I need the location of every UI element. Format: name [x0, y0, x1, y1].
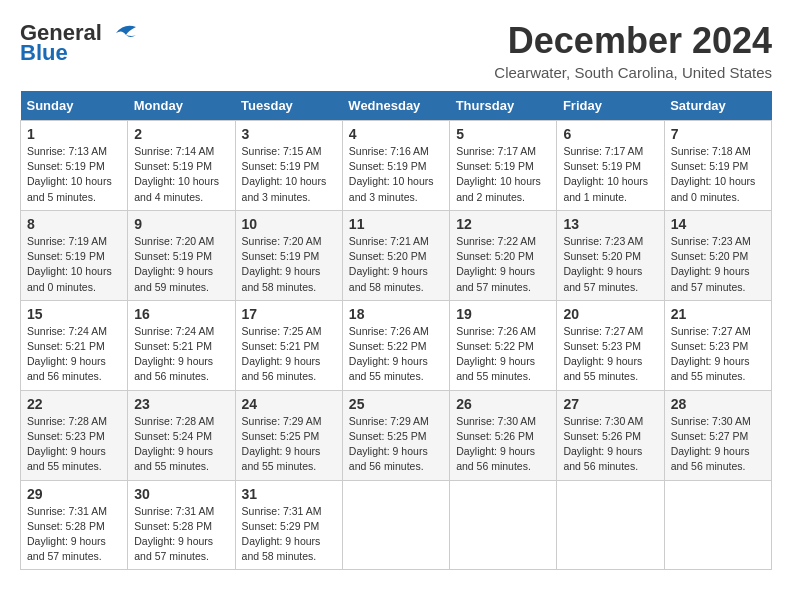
calendar-cell: 8Sunrise: 7:19 AM Sunset: 5:19 PM Daylig… [21, 210, 128, 300]
day-number: 4 [349, 126, 443, 142]
calendar-week-row: 22Sunrise: 7:28 AM Sunset: 5:23 PM Dayli… [21, 390, 772, 480]
day-info: Sunrise: 7:24 AM Sunset: 5:21 PM Dayligh… [27, 324, 121, 385]
day-number: 13 [563, 216, 657, 232]
logo: General Blue [20, 20, 142, 66]
calendar-cell: 27Sunrise: 7:30 AM Sunset: 5:26 PM Dayli… [557, 390, 664, 480]
calendar-cell: 20Sunrise: 7:27 AM Sunset: 5:23 PM Dayli… [557, 300, 664, 390]
day-info: Sunrise: 7:16 AM Sunset: 5:19 PM Dayligh… [349, 144, 443, 205]
calendar-cell: 4Sunrise: 7:16 AM Sunset: 5:19 PM Daylig… [342, 121, 449, 211]
day-number: 10 [242, 216, 336, 232]
day-info: Sunrise: 7:17 AM Sunset: 5:19 PM Dayligh… [563, 144, 657, 205]
day-number: 31 [242, 486, 336, 502]
location: Clearwater, South Carolina, United State… [494, 64, 772, 81]
day-info: Sunrise: 7:14 AM Sunset: 5:19 PM Dayligh… [134, 144, 228, 205]
day-info: Sunrise: 7:26 AM Sunset: 5:22 PM Dayligh… [349, 324, 443, 385]
day-number: 7 [671, 126, 765, 142]
calendar-cell: 22Sunrise: 7:28 AM Sunset: 5:23 PM Dayli… [21, 390, 128, 480]
day-info: Sunrise: 7:20 AM Sunset: 5:19 PM Dayligh… [242, 234, 336, 295]
day-info: Sunrise: 7:20 AM Sunset: 5:19 PM Dayligh… [134, 234, 228, 295]
calendar-cell [450, 480, 557, 570]
calendar-cell: 3Sunrise: 7:15 AM Sunset: 5:19 PM Daylig… [235, 121, 342, 211]
day-info: Sunrise: 7:28 AM Sunset: 5:24 PM Dayligh… [134, 414, 228, 475]
day-info: Sunrise: 7:27 AM Sunset: 5:23 PM Dayligh… [671, 324, 765, 385]
calendar-cell: 13Sunrise: 7:23 AM Sunset: 5:20 PM Dayli… [557, 210, 664, 300]
day-number: 19 [456, 306, 550, 322]
calendar-cell: 29Sunrise: 7:31 AM Sunset: 5:28 PM Dayli… [21, 480, 128, 570]
title-block: December 2024 Clearwater, South Carolina… [494, 20, 772, 81]
day-number: 12 [456, 216, 550, 232]
calendar-cell: 23Sunrise: 7:28 AM Sunset: 5:24 PM Dayli… [128, 390, 235, 480]
day-number: 6 [563, 126, 657, 142]
day-number: 23 [134, 396, 228, 412]
day-number: 8 [27, 216, 121, 232]
day-info: Sunrise: 7:31 AM Sunset: 5:29 PM Dayligh… [242, 504, 336, 565]
calendar-cell: 12Sunrise: 7:22 AM Sunset: 5:20 PM Dayli… [450, 210, 557, 300]
calendar-cell: 24Sunrise: 7:29 AM Sunset: 5:25 PM Dayli… [235, 390, 342, 480]
calendar-week-row: 15Sunrise: 7:24 AM Sunset: 5:21 PM Dayli… [21, 300, 772, 390]
day-info: Sunrise: 7:24 AM Sunset: 5:21 PM Dayligh… [134, 324, 228, 385]
calendar-cell: 2Sunrise: 7:14 AM Sunset: 5:19 PM Daylig… [128, 121, 235, 211]
day-info: Sunrise: 7:19 AM Sunset: 5:19 PM Dayligh… [27, 234, 121, 295]
day-number: 3 [242, 126, 336, 142]
day-number: 9 [134, 216, 228, 232]
day-info: Sunrise: 7:27 AM Sunset: 5:23 PM Dayligh… [563, 324, 657, 385]
col-header-thursday: Thursday [450, 91, 557, 121]
day-info: Sunrise: 7:13 AM Sunset: 5:19 PM Dayligh… [27, 144, 121, 205]
logo-blue: Blue [20, 40, 68, 66]
day-info: Sunrise: 7:23 AM Sunset: 5:20 PM Dayligh… [671, 234, 765, 295]
col-header-tuesday: Tuesday [235, 91, 342, 121]
calendar-cell: 26Sunrise: 7:30 AM Sunset: 5:26 PM Dayli… [450, 390, 557, 480]
col-header-friday: Friday [557, 91, 664, 121]
calendar-cell [342, 480, 449, 570]
day-number: 21 [671, 306, 765, 322]
calendar-cell: 31Sunrise: 7:31 AM Sunset: 5:29 PM Dayli… [235, 480, 342, 570]
day-number: 25 [349, 396, 443, 412]
day-info: Sunrise: 7:28 AM Sunset: 5:23 PM Dayligh… [27, 414, 121, 475]
day-info: Sunrise: 7:21 AM Sunset: 5:20 PM Dayligh… [349, 234, 443, 295]
logo-bird-icon [106, 21, 142, 45]
calendar-cell: 21Sunrise: 7:27 AM Sunset: 5:23 PM Dayli… [664, 300, 771, 390]
day-number: 1 [27, 126, 121, 142]
calendar-cell [557, 480, 664, 570]
day-info: Sunrise: 7:17 AM Sunset: 5:19 PM Dayligh… [456, 144, 550, 205]
day-number: 24 [242, 396, 336, 412]
calendar-cell: 11Sunrise: 7:21 AM Sunset: 5:20 PM Dayli… [342, 210, 449, 300]
day-number: 30 [134, 486, 228, 502]
calendar-cell: 6Sunrise: 7:17 AM Sunset: 5:19 PM Daylig… [557, 121, 664, 211]
calendar-week-row: 1Sunrise: 7:13 AM Sunset: 5:19 PM Daylig… [21, 121, 772, 211]
calendar-cell: 19Sunrise: 7:26 AM Sunset: 5:22 PM Dayli… [450, 300, 557, 390]
day-info: Sunrise: 7:22 AM Sunset: 5:20 PM Dayligh… [456, 234, 550, 295]
day-number: 14 [671, 216, 765, 232]
calendar-cell: 9Sunrise: 7:20 AM Sunset: 5:19 PM Daylig… [128, 210, 235, 300]
calendar-cell: 30Sunrise: 7:31 AM Sunset: 5:28 PM Dayli… [128, 480, 235, 570]
col-header-monday: Monday [128, 91, 235, 121]
calendar-cell: 18Sunrise: 7:26 AM Sunset: 5:22 PM Dayli… [342, 300, 449, 390]
calendar-week-row: 29Sunrise: 7:31 AM Sunset: 5:28 PM Dayli… [21, 480, 772, 570]
day-info: Sunrise: 7:15 AM Sunset: 5:19 PM Dayligh… [242, 144, 336, 205]
col-header-wednesday: Wednesday [342, 91, 449, 121]
page-header: General Blue December 2024 Clearwater, S… [20, 20, 772, 81]
col-header-sunday: Sunday [21, 91, 128, 121]
calendar-cell: 28Sunrise: 7:30 AM Sunset: 5:27 PM Dayli… [664, 390, 771, 480]
col-header-saturday: Saturday [664, 91, 771, 121]
calendar-table: SundayMondayTuesdayWednesdayThursdayFrid… [20, 91, 772, 570]
day-info: Sunrise: 7:23 AM Sunset: 5:20 PM Dayligh… [563, 234, 657, 295]
calendar-cell [664, 480, 771, 570]
day-info: Sunrise: 7:25 AM Sunset: 5:21 PM Dayligh… [242, 324, 336, 385]
calendar-cell: 1Sunrise: 7:13 AM Sunset: 5:19 PM Daylig… [21, 121, 128, 211]
day-info: Sunrise: 7:26 AM Sunset: 5:22 PM Dayligh… [456, 324, 550, 385]
day-info: Sunrise: 7:31 AM Sunset: 5:28 PM Dayligh… [134, 504, 228, 565]
calendar-week-row: 8Sunrise: 7:19 AM Sunset: 5:19 PM Daylig… [21, 210, 772, 300]
day-number: 16 [134, 306, 228, 322]
day-info: Sunrise: 7:31 AM Sunset: 5:28 PM Dayligh… [27, 504, 121, 565]
day-number: 5 [456, 126, 550, 142]
calendar-cell: 5Sunrise: 7:17 AM Sunset: 5:19 PM Daylig… [450, 121, 557, 211]
calendar-cell: 15Sunrise: 7:24 AM Sunset: 5:21 PM Dayli… [21, 300, 128, 390]
day-info: Sunrise: 7:18 AM Sunset: 5:19 PM Dayligh… [671, 144, 765, 205]
day-number: 11 [349, 216, 443, 232]
calendar-cell: 14Sunrise: 7:23 AM Sunset: 5:20 PM Dayli… [664, 210, 771, 300]
day-number: 26 [456, 396, 550, 412]
calendar-cell: 7Sunrise: 7:18 AM Sunset: 5:19 PM Daylig… [664, 121, 771, 211]
day-number: 22 [27, 396, 121, 412]
day-number: 28 [671, 396, 765, 412]
